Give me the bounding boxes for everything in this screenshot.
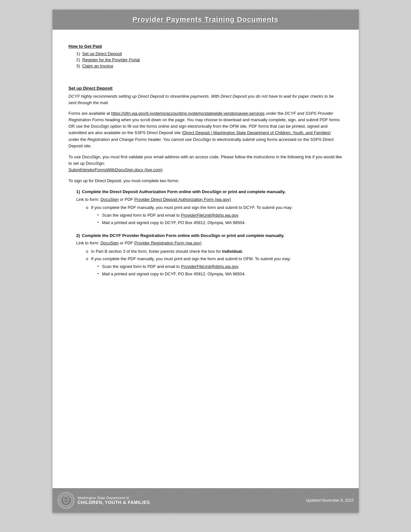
dcyf-logo [58, 492, 74, 509]
content-area: How to Get Paid 1) Set up Direct Deposit… [53, 30, 359, 488]
footer-org: Washington State Department of CHILDREN,… [78, 496, 150, 505]
form2-link-line: Link to form: DocuSign or PDF Provider R… [76, 240, 343, 246]
form1-pdf-link[interactable]: Provider Direct Deposit Authorization Fo… [134, 197, 231, 202]
toc-link-3[interactable]: Claim an Invoice [82, 64, 113, 68]
para1-prefix: Forms are available at [69, 111, 111, 116]
form1-link-prefix: Link to form: [76, 197, 101, 202]
form1-bullet1-text: Scan the signed form to PDF and email to [102, 213, 181, 218]
form1-heading: Complete the Direct Deposit Authorizatio… [82, 189, 286, 194]
document-page: Provider Payments Training Documents How… [53, 10, 359, 513]
form2-sub1: In Part B section 3 of the form, foster … [86, 248, 343, 255]
form1-email-link[interactable]: ProviderFileUnit@dshs.wa.gov [181, 213, 238, 218]
form2-bullet2: Mail a printed and signed copy to DCYF, … [98, 271, 343, 277]
footer-left: Washington State Department of CHILDREN,… [58, 492, 150, 509]
svg-point-0 [61, 495, 71, 506]
header-banner: Provider Payments Training Documents [53, 10, 359, 30]
ssps-link[interactable]: Direct Deposit | Washington State Depart… [183, 130, 329, 135]
form2-sub2: If you complete the PDF manually, you mu… [86, 256, 343, 277]
form1-item: 1)Complete the Direct Deposit Authorizat… [69, 189, 343, 226]
section1-para3: To sign up for Direct Deposit, you must … [69, 178, 343, 184]
form2-sub1-bold: Individual. [222, 249, 243, 254]
form2-email-link[interactable]: ProviderFileUnit@dshs.wa.gov [181, 264, 238, 269]
form2-bullet1-text: Scan the signed form to PDF and email to [102, 264, 181, 269]
form2-sub2-text: If you complete the PDF manually, you mu… [91, 256, 291, 261]
toc-item-3: 3) Claim an Invoice [76, 64, 343, 68]
form2-item: 2)Complete the DCYF Provider Registratio… [69, 232, 343, 277]
section1-para1: Forms are available at https://ofm.wa.go… [69, 110, 343, 149]
toc-item-1: 1) Set up Direct Deposit [76, 51, 343, 56]
form2-sub1-text: In Part B section 3 of the form, foster … [91, 249, 222, 254]
form2-docusign-link[interactable]: DocuSign [101, 241, 119, 245]
form2-heading: Complete the DCYF Provider Registration … [82, 233, 284, 238]
section1-italic: DCYF highly recommends setting up Direct… [69, 93, 343, 106]
toc-list: 1) Set up Direct Deposit 2) Register for… [69, 51, 343, 68]
section1-heading: Set up Direct Deposit [69, 86, 343, 91]
form1-bullet1: Scan the signed form to PDF and email to… [98, 212, 343, 219]
footer-org-small: Washington State Department of [78, 496, 150, 500]
form2-link-prefix: Link to form: [76, 241, 101, 245]
footer: Washington State Department of CHILDREN,… [53, 488, 359, 513]
header-title: Provider Payments Training Documents [132, 15, 279, 24]
toc-heading: How to Get Paid [69, 44, 343, 49]
footer-updated: Updated November 8, 2023 [306, 498, 353, 503]
form1-sublist: If you complete the PDF manually, you mu… [76, 204, 343, 226]
form-list: 1)Complete the Direct Deposit Authorizat… [69, 189, 343, 226]
para1-suffix: under the [265, 111, 285, 116]
form2-link-sep: or PDF [119, 241, 134, 245]
form1-link-line: Link to form: DocuSign or PDF Provider D… [76, 196, 343, 203]
logo-icon [60, 495, 72, 506]
form1-sub1-text: If you complete the PDF manually, you mu… [91, 205, 293, 210]
form1-link-sep: or PDF [119, 197, 134, 202]
form2-pdf-link[interactable]: Provider Registration Form (wa.gov) [134, 241, 201, 245]
form1-docusign-link[interactable]: DocuSign [101, 197, 119, 202]
form2-bullets: Scan the signed form to PDF and email to… [91, 263, 343, 277]
toc-link-2[interactable]: Register for the Provider Portal [82, 57, 140, 62]
form2-list: 2)Complete the DCYF Provider Registratio… [69, 232, 343, 277]
form1-sub1: If you complete the PDF manually, you mu… [86, 204, 343, 226]
docusign-instructions-link[interactable]: SubmitVendorFormsWithDocuSign.docx (live… [69, 167, 163, 172]
toc-item-2: 2) Register for the Provider Portal [76, 57, 343, 62]
section1-para2: To use DocuSign, you must first validate… [69, 154, 343, 173]
form2-bullet1: Scan the signed form to PDF and email to… [98, 263, 343, 270]
para2-text: To use DocuSign, you must first validate… [69, 154, 342, 166]
form1-bullet2: Mail a printed and signed copy to DCYF, … [98, 220, 343, 226]
ofm-link[interactable]: https://ofm.wa.gov/it-systems/accounting… [111, 111, 265, 116]
footer-org-large: CHILDREN, YOUTH & FAMILIES [78, 500, 150, 505]
form1-bullets: Scan the signed form to PDF and email to… [91, 212, 343, 226]
para1-italic2: Registration and Change Forms [87, 137, 147, 142]
toc-link-1[interactable]: Set up Direct Deposit [82, 51, 122, 56]
form2-sublist: In Part B section 3 of the form, foster … [76, 248, 343, 277]
